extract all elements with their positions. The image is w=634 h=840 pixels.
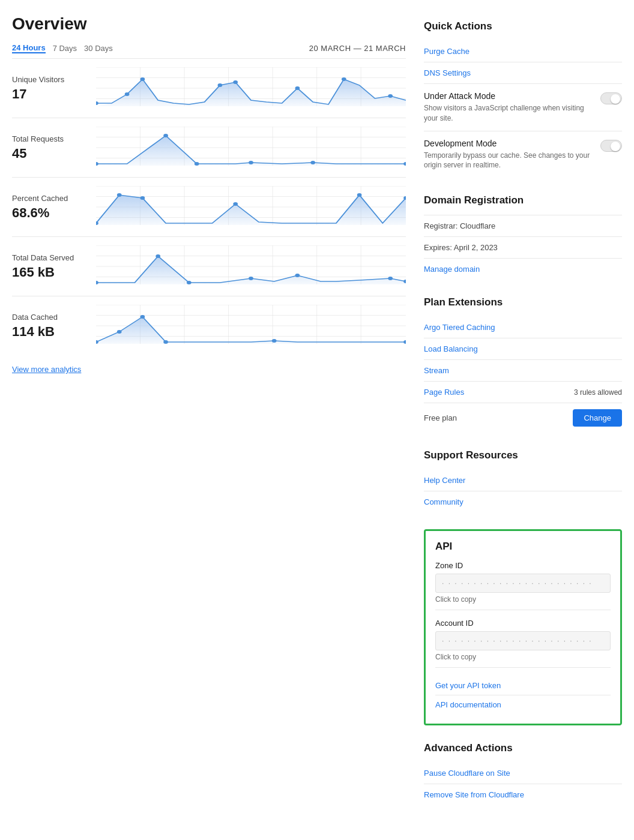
view-analytics-link[interactable]: View more analytics: [12, 365, 81, 374]
svg-point-14: [218, 83, 223, 87]
svg-point-16: [295, 86, 300, 90]
metric-value: 17: [12, 86, 96, 102]
get-api-token-link[interactable]: Get your API token: [435, 676, 611, 695]
svg-point-65: [155, 254, 160, 258]
dns-settings-link[interactable]: DNS Settings: [424, 62, 622, 83]
metric-percent-cached: Percent Cached 68.6%: [12, 177, 406, 236]
svg-point-48: [117, 193, 122, 197]
right-column: Quick Actions Purge Cache DNS Settings U…: [424, 14, 622, 805]
account-id-copy[interactable]: Click to copy: [435, 653, 611, 668]
metric-chart: [96, 127, 406, 169]
metrics-list: Unique Visitors 17: [12, 58, 406, 355]
argo-tiered-caching-link[interactable]: Argo Tiered Caching: [424, 317, 622, 338]
svg-marker-81: [96, 317, 406, 344]
under-attack-toggle-row: Under Attack Mode Show visitors a JavaSc…: [424, 83, 622, 131]
svg-marker-10: [96, 79, 406, 106]
left-column: Overview 24 Hours 7 Days 30 Days 20 MARC…: [12, 14, 424, 805]
metric-data-cached: Data Cached 114 kB: [12, 296, 406, 355]
svg-point-32: [195, 162, 199, 166]
under-attack-toggle[interactable]: ✕: [600, 92, 622, 104]
help-center-link[interactable]: Help Center: [424, 470, 622, 491]
metric-info: Data Cached 114 kB: [12, 313, 96, 340]
api-title: API: [435, 541, 611, 553]
pause-cloudflare-link[interactable]: Pause Cloudflare on Site: [424, 763, 622, 784]
change-plan-button[interactable]: Change: [573, 409, 622, 427]
account-id-label: Account ID: [435, 619, 611, 628]
support-resources-title: Support Resources: [424, 449, 622, 461]
metric-value: 45: [12, 146, 96, 161]
svg-point-84: [140, 315, 145, 319]
svg-point-68: [295, 274, 300, 277]
zone-id-value: · · · · · · · · · · · · · · · · · · · · …: [435, 574, 611, 593]
load-balancing-link[interactable]: Load Balancing: [424, 338, 622, 359]
svg-point-11: [96, 101, 98, 105]
svg-point-66: [187, 281, 192, 284]
svg-point-12: [125, 92, 130, 96]
purge-cache-link[interactable]: Purge Cache: [424, 41, 622, 62]
time-tab-group: 24 Hours 7 Days 30 Days 20 MARCH — 21 MA…: [12, 43, 406, 53]
account-id-value: · · · · · · · · · · · · · · · · · · · · …: [435, 631, 611, 650]
api-section: API Zone ID · · · · · · · · · · · · · · …: [424, 529, 622, 725]
metric-label: Unique Visitors: [12, 75, 96, 84]
metric-total-data-served: Total Data Served 165 kB: [12, 236, 406, 296]
svg-point-83: [117, 330, 122, 334]
svg-point-33: [249, 161, 253, 164]
metric-label: Total Requests: [12, 134, 96, 143]
svg-point-49: [140, 196, 145, 200]
metric-total-requests: Total Requests 45: [12, 118, 406, 177]
metric-chart: [96, 186, 406, 228]
dev-mode-toggle[interactable]: ✕: [600, 140, 622, 152]
manage-domain-link[interactable]: Manage domain: [424, 259, 480, 280]
dev-mode-desc: Temporarily bypass our cache. See change…: [424, 151, 594, 171]
support-resources-section: Support Resources Help Center Community: [424, 449, 622, 512]
plan-extensions-section: Plan Extensions Argo Tiered Caching Load…: [424, 296, 622, 433]
metric-chart: [96, 245, 406, 287]
page-title: Overview: [12, 14, 406, 34]
svg-point-85: [163, 340, 168, 344]
svg-point-50: [233, 202, 238, 206]
svg-point-18: [388, 94, 393, 98]
svg-point-31: [163, 134, 168, 137]
domain-registration-title: Domain Registration: [424, 194, 622, 206]
plan-extensions-title: Plan Extensions: [424, 296, 622, 308]
stream-link[interactable]: Stream: [424, 359, 622, 381]
metric-info: Total Data Served 165 kB: [12, 253, 96, 280]
page-rules-link[interactable]: Page Rules: [424, 388, 574, 397]
under-attack-label: Under Attack Mode: [424, 91, 594, 101]
zone-id-label: Zone ID: [435, 561, 611, 570]
svg-point-69: [388, 277, 393, 280]
svg-point-67: [249, 277, 253, 280]
remove-site-link[interactable]: Remove Site from Cloudflare: [424, 784, 622, 805]
domain-registration-section: Domain Registration Registrar: Cloudflar…: [424, 194, 622, 280]
quick-actions-section: Quick Actions Purge Cache DNS Settings U…: [424, 20, 622, 178]
svg-point-34: [310, 161, 315, 164]
dev-mode-toggle-row: Development Mode Temporarily bypass our …: [424, 131, 622, 178]
free-plan-row: Free plan Change: [424, 403, 622, 433]
tab-30days[interactable]: 30 Days: [84, 44, 113, 53]
zone-id-copy[interactable]: Click to copy: [435, 595, 611, 610]
svg-point-17: [342, 77, 346, 81]
dev-mode-label: Development Mode: [424, 139, 594, 148]
under-attack-desc: Show visitors a JavaScript challenge whe…: [424, 103, 594, 124]
community-link[interactable]: Community: [424, 491, 622, 512]
svg-point-13: [140, 77, 145, 81]
page-rules-row: Page Rules 3 rules allowed: [424, 381, 622, 403]
metric-chart: [96, 305, 406, 347]
svg-point-52: [403, 196, 406, 200]
tab-7days[interactable]: 7 Days: [53, 44, 77, 53]
page-rules-note: 3 rules allowed: [574, 388, 622, 397]
tab-24hours[interactable]: 24 Hours: [12, 43, 46, 53]
metric-value: 114 kB: [12, 324, 96, 340]
metric-label: Percent Cached: [12, 194, 96, 203]
metric-chart: [96, 67, 406, 109]
quick-actions-title: Quick Actions: [424, 20, 622, 32]
toggle-circle: [611, 142, 620, 151]
advanced-actions-title: Advanced Actions: [424, 742, 622, 754]
api-documentation-link[interactable]: API documentation: [435, 695, 611, 714]
svg-point-86: [272, 339, 277, 343]
advanced-actions-section: Advanced Actions Pause Cloudflare on Sit…: [424, 742, 622, 805]
metric-info: Percent Cached 68.6%: [12, 194, 96, 221]
date-range: 20 MARCH — 21 MARCH: [309, 44, 406, 53]
svg-point-51: [357, 193, 362, 197]
toggle-circle: [611, 94, 620, 104]
